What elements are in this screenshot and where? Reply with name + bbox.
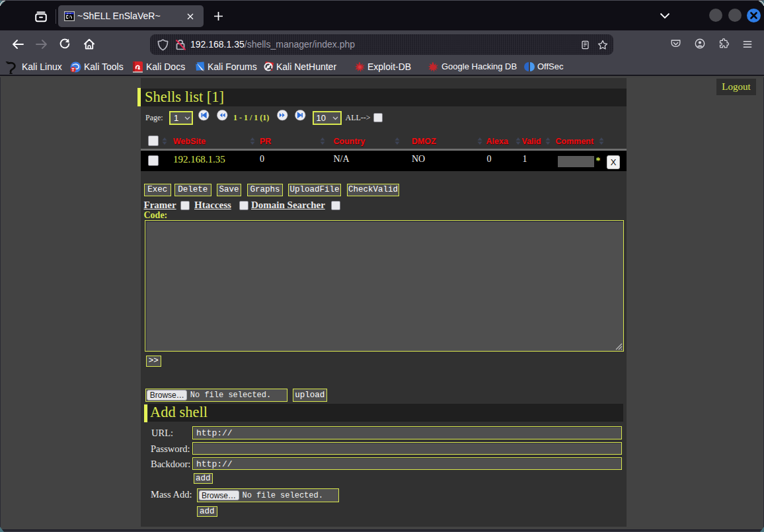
svg-text:T: T <box>72 67 75 72</box>
